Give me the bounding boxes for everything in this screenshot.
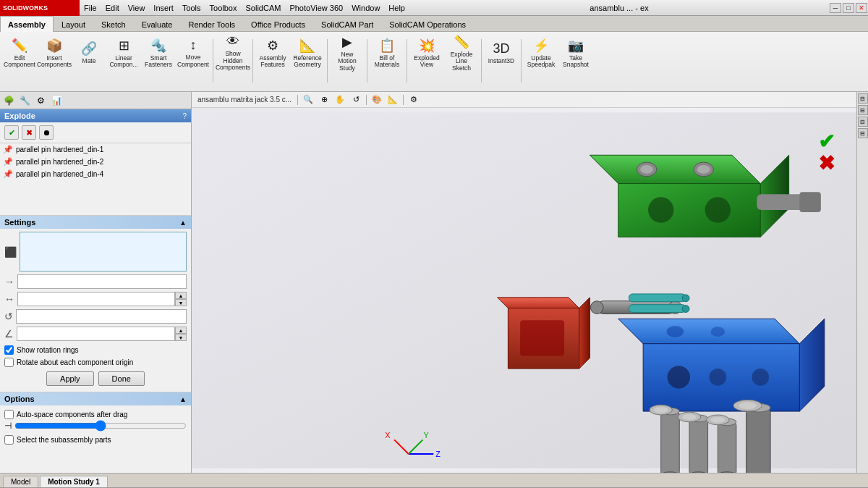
- menu-window[interactable]: Window: [347, 2, 384, 14]
- options-header[interactable]: Options ▲: [0, 392, 191, 405]
- tool-show-hidden[interactable]: 👁 ShowHiddenComponents: [216, 33, 250, 72]
- rotate-about-origin-checkbox[interactable]: [4, 358, 14, 367]
- close-button[interactable]: ✕: [856, 3, 867, 13]
- options-collapse-arrow[interactable]: ▲: [179, 395, 187, 403]
- vp-zoom-in-btn[interactable]: ⊕: [317, 93, 331, 106]
- explode-controls: ✔ ✖ ⏺: [0, 122, 191, 143]
- spacing-slider[interactable]: [14, 421, 187, 431]
- tool-bill-of-materials[interactable]: 📋 Bill ofMaterials: [370, 33, 404, 72]
- tab-solidcam-ops[interactable]: SolidCAM Operations: [381, 16, 474, 32]
- edit-component-icon: ✏️: [12, 38, 27, 54]
- tool-exploded-view[interactable]: 💥 ExplodedView: [410, 33, 443, 72]
- accept-button[interactable]: ✔: [4, 125, 19, 140]
- instant3d-icon: 3D: [493, 41, 509, 56]
- svg-rect-15: [629, 294, 686, 302]
- tab-evaluate[interactable]: Evaluate: [134, 16, 181, 32]
- dim-expert-icon[interactable]: 📊: [49, 93, 64, 108]
- viewport-cancel-button[interactable]: ✖: [818, 151, 835, 175]
- menu-photoview[interactable]: PhotoView 360: [285, 2, 347, 14]
- tool-instant3d[interactable]: 3D Instant3D: [485, 33, 518, 72]
- vp-view-orientation-btn[interactable]: 📐: [386, 93, 400, 106]
- tab-assembly[interactable]: Assembly: [0, 16, 54, 32]
- rp-btn-3[interactable]: ⊟: [858, 117, 868, 127]
- menu-toolbox[interactable]: Toolbox: [205, 2, 242, 14]
- component-item-2[interactable]: 📌 parallel pin hardened_din-4: [0, 168, 191, 180]
- vp-display-style-btn[interactable]: 🎨: [370, 93, 384, 106]
- options-body: Auto-space components after drag ⊣ Selec…: [0, 405, 191, 449]
- help-button[interactable]: ?: [182, 112, 187, 120]
- rp-btn-4[interactable]: ⊟: [858, 128, 868, 138]
- angle-down-button[interactable]: ▼: [175, 334, 187, 341]
- minimize-button[interactable]: ─: [830, 3, 841, 13]
- menu-insert[interactable]: Insert: [149, 2, 178, 14]
- menu-solidcam[interactable]: SolidCAM: [241, 2, 285, 14]
- distance-up-button[interactable]: ▲: [175, 292, 187, 299]
- direction-input[interactable]: [17, 274, 187, 289]
- angle-spin-buttons: ▲ ▼: [175, 327, 187, 341]
- angle-input[interactable]: 0.00deg: [17, 327, 175, 341]
- vp-settings-btn[interactable]: ⚙: [407, 93, 421, 106]
- tool-linear-component-label: LinearCompon...: [109, 55, 137, 69]
- component-item-1[interactable]: 📌 parallel pin hardened_din-2: [0, 156, 191, 168]
- settings-collapse-arrow[interactable]: ▲: [179, 219, 187, 227]
- menu-tools[interactable]: Tools: [178, 2, 205, 14]
- angle-up-button[interactable]: ▲: [175, 327, 187, 334]
- vp-pan-btn[interactable]: ✋: [333, 93, 347, 106]
- record-button[interactable]: ⏺: [39, 125, 54, 140]
- tool-update-speedpak[interactable]: ⚡ UpdateSpeedpak: [524, 33, 558, 72]
- reject-button[interactable]: ✖: [22, 125, 36, 140]
- svg-point-44: [654, 407, 668, 413]
- show-rotation-rings-checkbox[interactable]: [4, 345, 14, 355]
- auto-space-checkbox[interactable]: [4, 410, 14, 419]
- tab-motion-study-1[interactable]: Motion Study 1: [40, 476, 108, 487]
- tool-assembly-features[interactable]: ⚙ AssemblyFeatures: [256, 33, 289, 72]
- viewport-toolbar: ansamblu matrita jack 3.5 c... 🔍 ⊕ ✋ ↺ 🎨…: [192, 92, 856, 108]
- property-manager-icon[interactable]: 🔧: [17, 93, 32, 108]
- apply-button[interactable]: Apply: [46, 371, 94, 386]
- vp-zoom-fit-btn[interactable]: 🔍: [301, 93, 315, 106]
- tab-render-tools[interactable]: Render Tools: [180, 16, 243, 32]
- auto-space-label: Auto-space components after drag: [17, 411, 127, 418]
- rp-btn-1[interactable]: ⊟: [858, 93, 868, 104]
- tool-move-component[interactable]: ↕ MoveComponent: [176, 33, 210, 72]
- new-motion-study-icon: ▶: [342, 34, 352, 50]
- vp-rotate-btn[interactable]: ↺: [349, 93, 363, 106]
- svg-rect-31: [661, 411, 680, 473]
- component-item-0[interactable]: 📌 parallel pin hardened_din-1: [0, 143, 191, 156]
- tab-office-products[interactable]: Office Products: [243, 16, 313, 32]
- direction-textarea[interactable]: [20, 232, 187, 272]
- menu-edit[interactable]: Edit: [101, 2, 124, 14]
- viewport-accept-button[interactable]: ✔: [818, 130, 835, 153]
- tab-solidcam-part[interactable]: SolidCAM Part: [313, 16, 381, 32]
- tool-edit-component[interactable]: ✏️ Edit Component: [3, 33, 36, 72]
- restore-button[interactable]: □: [843, 3, 854, 13]
- tab-sketch[interactable]: Sketch: [93, 16, 134, 32]
- tool-mate[interactable]: 🔗 Mate: [72, 33, 106, 72]
- done-button[interactable]: Done: [98, 371, 145, 386]
- menu-view[interactable]: View: [124, 2, 150, 14]
- panel-icon-bar: 🌳 🔧 ⚙ 📊: [0, 92, 191, 109]
- feature-manager-icon[interactable]: 🌳: [1, 93, 16, 108]
- menu-file[interactable]: File: [80, 2, 101, 14]
- rp-btn-2[interactable]: ⊟: [858, 105, 868, 115]
- tool-reference-geometry[interactable]: 📐 ReferenceGeometry: [291, 33, 324, 72]
- tool-linear-component[interactable]: ⊞ LinearCompon...: [107, 33, 140, 72]
- arrow-icon: →: [4, 276, 14, 287]
- select-subassembly-checkbox[interactable]: [4, 435, 14, 445]
- distance-down-button[interactable]: ▼: [175, 299, 187, 306]
- tab-model[interactable]: Model: [3, 476, 38, 487]
- tool-insert-components[interactable]: 📦 InsertComponents: [38, 33, 71, 72]
- explode-header-buttons: ?: [182, 112, 187, 120]
- menu-help[interactable]: Help: [384, 2, 409, 14]
- tool-new-motion-study[interactable]: ▶ NewMotionStudy: [331, 33, 364, 72]
- settings-header[interactable]: Settings ▲: [0, 216, 191, 229]
- tool-explode-line[interactable]: 📏 ExplodeLineSketch: [445, 33, 478, 72]
- distance-input[interactable]: 25.00mm: [17, 292, 175, 306]
- rotation-input[interactable]: [16, 309, 187, 324]
- tab-layout[interactable]: Layout: [54, 16, 93, 32]
- select-subassembly-label: Select the subassembly parts: [17, 436, 111, 444]
- config-manager-icon[interactable]: ⚙: [33, 93, 48, 108]
- svg-point-48: [711, 417, 726, 423]
- tool-smart-fasteners[interactable]: 🔩 SmartFasteners: [142, 33, 175, 72]
- tool-take-snapshot[interactable]: 📷 TakeSnapshot: [559, 33, 592, 72]
